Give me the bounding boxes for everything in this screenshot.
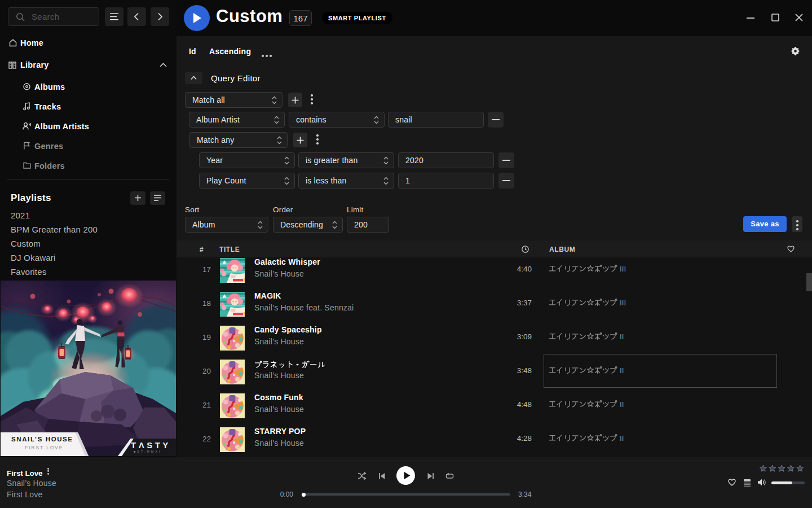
svg-text:TΛSTY: TΛSTY <box>131 440 171 450</box>
svg-text:FIRST LOVE: FIRST LOVE <box>25 445 63 450</box>
svg-text:■ST.MMXI: ■ST.MMXI <box>134 450 162 453</box>
svg-text:SNAIL’S HOUSE: SNAIL’S HOUSE <box>11 436 73 443</box>
